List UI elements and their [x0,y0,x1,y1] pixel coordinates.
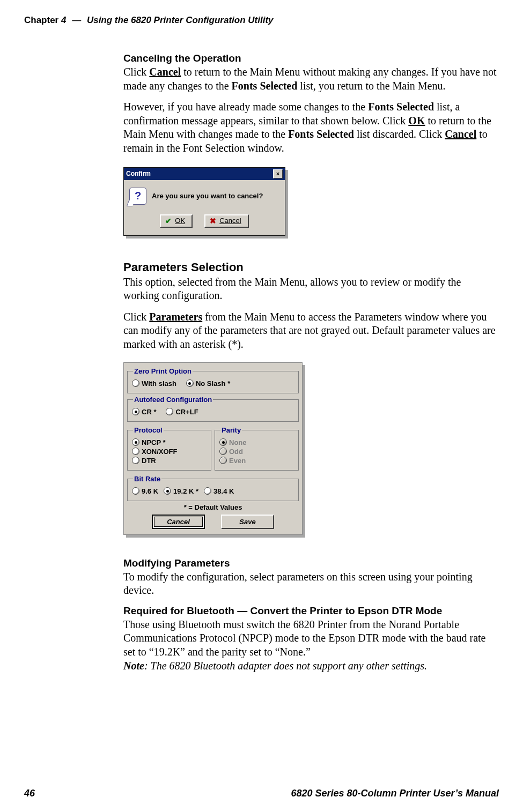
radio-icon [186,379,194,387]
kw-parameters: Parameters [149,311,202,323]
note-label: Note [123,660,144,672]
kw-fonts-selected: Fonts Selected [232,80,298,92]
confirm-dialog: Confirm × ? Are you sure you want to can… [123,167,285,236]
radio-parity-even: Even [219,457,294,465]
parameters-panel-figure: Zero Print Option With slash No Slash * … [123,362,499,535]
chapter-label: Chapter [24,15,58,25]
radio-parity-none: None [219,438,294,446]
para-params-1: This option, selected from the Main Menu… [123,275,499,303]
page-content: Canceling the Operation Click Cancel to … [123,53,499,673]
page-footer: 46 6820 Series 80-Column Printer User’s … [24,788,499,799]
note-body: : The 6820 Bluetooth adapter does not su… [144,660,427,672]
radio-parity-odd: Odd [219,448,294,456]
radio-icon [166,408,173,415]
question-icon: ? [129,188,146,205]
group-bitrate: Bit Rate 9.6 K 19.2 K * 38.4 K [127,475,299,501]
x-icon: ✖ [210,217,216,225]
panel-cancel-button[interactable]: Cancel [152,515,205,529]
radio-dtr[interactable]: DTR [132,457,207,465]
running-header: Chapter 4 — Using the 6820 Printer Confi… [24,15,499,26]
radio-icon [132,457,139,464]
radio-crlf[interactable]: CR+LF [166,408,198,416]
bitrate-legend: Bit Rate [133,475,161,483]
radio-cr[interactable]: CR * [132,408,156,416]
header-separator: — [72,15,81,25]
dialog-title: Confirm [126,170,151,177]
page-number: 46 [24,788,35,799]
radio-icon [219,448,227,455]
autofeed-legend: Autofeed Configuration [133,396,213,404]
radio-19-2k[interactable]: 19.2 K * [164,487,198,495]
close-icon[interactable]: × [273,169,283,178]
confirm-dialog-figure: Confirm × ? Are you sure you want to can… [123,167,499,236]
radio-icon [132,487,139,495]
ok-button[interactable]: ✔ OK [160,214,193,228]
radio-icon [132,438,139,446]
radio-icon [219,457,227,464]
radio-npcp[interactable]: NPCP * [132,438,207,446]
header-title: Using the 6820 Printer Configuration Uti… [87,15,274,25]
dialog-titlebar: Confirm × [124,168,285,180]
group-autofeed: Autofeed Configuration CR * CR+LF [127,396,299,422]
protocol-legend: Protocol [133,426,164,434]
para-cancel-1: Click Cancel to return to the Main Menu … [123,65,499,93]
ok-button-label: OK [175,217,185,225]
radio-icon [219,438,227,446]
kw-cancel: Cancel [149,66,181,78]
group-protocol: Protocol NPCP * XON/XOFF DTR [127,426,211,471]
heading-bluetooth: Required for Bluetooth — Convert the Pri… [123,605,499,617]
radio-icon [132,408,139,415]
radio-with-slash[interactable]: With slash [132,379,176,388]
para-modify-1: To modify the configuration, select para… [123,570,499,598]
parity-legend: Parity [220,426,242,434]
radio-icon [132,448,139,455]
radio-38-4k[interactable]: 38.4 K [204,487,234,495]
parameters-panel: Zero Print Option With slash No Slash * … [123,362,303,535]
radio-9-6k[interactable]: 9.6 K [132,487,158,495]
heading-canceling: Canceling the Operation [123,53,499,64]
para-cancel-2: However, if you have already made some c… [123,100,499,155]
chapter-number: 4 [61,15,66,25]
para-bt-note: Note: The 6820 Bluetooth adapter does no… [123,659,499,673]
footer-right: 6820 Series 80-Column Printer User’s Man… [291,788,499,799]
default-values-note: * = Default Values [127,503,299,511]
group-zero-print: Zero Print Option With slash No Slash * [127,367,299,393]
para-params-2: Click Parameters from the Main Menu to a… [123,310,499,352]
heading-modifying: Modifying Parameters [123,557,499,569]
radio-icon [164,487,171,495]
radio-xonxoff[interactable]: XON/XOFF [132,448,207,456]
panel-save-button[interactable]: Save [221,515,274,529]
cancel-button-label: Cancel [219,217,241,225]
dialog-message: Are you sure you want to cancel? [152,192,263,200]
heading-parameters: Parameters Selection [123,260,499,274]
para-bt-1: Those using Bluetooth must switch the 68… [123,618,499,659]
cancel-button[interactable]: ✖ Cancel [204,214,248,228]
group-parity: Parity None Odd Even [215,426,299,471]
radio-icon [132,379,139,387]
zero-print-legend: Zero Print Option [133,367,193,375]
check-icon: ✔ [165,217,172,225]
radio-no-slash[interactable]: No Slash * [186,379,230,388]
radio-icon [204,487,211,495]
